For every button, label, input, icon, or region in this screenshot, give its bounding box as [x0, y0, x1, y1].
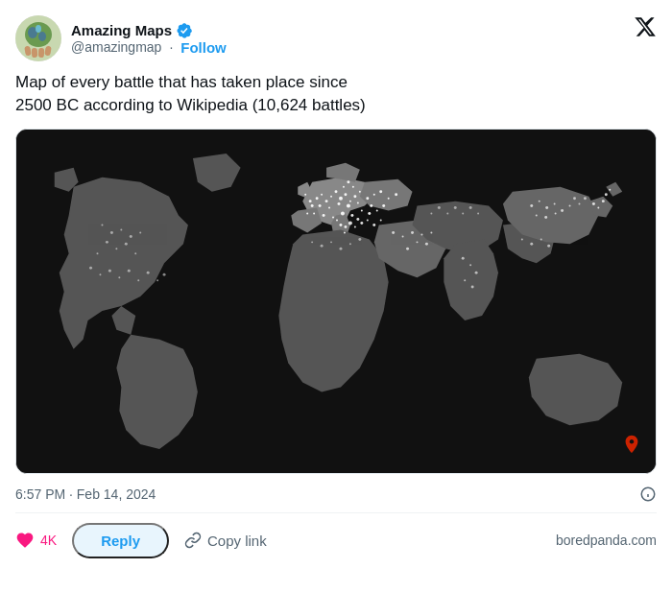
follow-button[interactable]: Follow [180, 39, 227, 56]
svg-rect-7 [32, 48, 38, 58]
svg-point-28 [379, 190, 382, 193]
svg-point-26 [366, 197, 369, 200]
copy-link-label: Copy link [207, 533, 267, 549]
reply-button[interactable]: Reply [72, 523, 169, 558]
svg-point-70 [602, 200, 605, 202]
user-info: Amazing Maps @amazingmap · Follow [71, 22, 227, 56]
svg-point-79 [321, 244, 324, 247]
verified-icon [176, 22, 193, 39]
tweet-timestamp-row: 6:57 PM · Feb 14, 2024 [15, 486, 657, 513]
display-name[interactable]: Amazing Maps [71, 22, 172, 38]
svg-point-86 [120, 228, 122, 230]
tweet-image[interactable] [15, 129, 657, 474]
svg-point-40 [343, 185, 345, 187]
svg-point-48 [368, 212, 371, 215]
svg-point-55 [406, 247, 409, 249]
svg-point-91 [125, 242, 128, 245]
svg-point-59 [530, 204, 533, 207]
svg-point-58 [430, 231, 432, 233]
svg-point-57 [425, 242, 428, 245]
svg-point-18 [349, 200, 351, 201]
svg-point-82 [349, 243, 351, 245]
svg-point-120 [360, 222, 363, 225]
copy-link-action[interactable]: Copy link [184, 532, 267, 549]
svg-point-104 [438, 206, 441, 209]
svg-point-123 [380, 219, 382, 221]
svg-point-97 [118, 276, 120, 278]
svg-point-52 [402, 235, 404, 237]
svg-point-94 [89, 266, 92, 269]
svg-point-51 [392, 231, 395, 234]
svg-point-101 [156, 279, 158, 281]
svg-rect-8 [38, 48, 45, 58]
svg-point-5 [36, 25, 41, 33]
svg-point-119 [354, 225, 356, 227]
svg-point-65 [536, 214, 538, 216]
svg-point-23 [337, 202, 340, 205]
info-icon[interactable] [639, 486, 657, 503]
svg-point-36 [361, 209, 363, 211]
timestamp: 6:57 PM · Feb 14, 2024 [15, 486, 156, 502]
svg-point-122 [372, 224, 375, 226]
svg-point-38 [304, 193, 306, 195]
svg-point-13 [325, 200, 328, 202]
like-action[interactable]: 4K [15, 531, 57, 550]
svg-point-121 [367, 219, 369, 221]
svg-point-16 [339, 196, 343, 200]
svg-point-63 [561, 209, 564, 212]
tweet-header-left: Amazing Maps @amazingmap · Follow [15, 15, 227, 61]
svg-point-25 [357, 201, 359, 203]
svg-point-33 [332, 216, 334, 218]
svg-point-69 [597, 206, 599, 208]
svg-point-99 [137, 279, 139, 281]
svg-point-118 [356, 218, 359, 221]
source-label: boredpanda.com [556, 533, 657, 548]
svg-point-41 [347, 180, 349, 183]
svg-point-32 [323, 214, 325, 217]
svg-point-106 [454, 206, 457, 209]
svg-point-107 [462, 212, 464, 214]
avatar[interactable] [15, 15, 61, 61]
svg-point-105 [446, 212, 448, 214]
svg-point-90 [115, 248, 117, 249]
svg-point-80 [330, 241, 332, 243]
svg-point-76 [464, 279, 466, 281]
svg-point-66 [544, 216, 547, 219]
svg-point-124 [344, 225, 347, 228]
pin-icon [621, 434, 642, 460]
x-logo-icon [634, 15, 657, 38]
svg-point-21 [319, 204, 322, 207]
svg-point-111 [578, 202, 580, 204]
svg-point-95 [99, 273, 101, 275]
svg-point-75 [475, 271, 478, 273]
svg-point-35 [350, 214, 353, 217]
svg-point-31 [313, 212, 315, 214]
svg-point-110 [573, 197, 576, 200]
svg-point-60 [539, 200, 540, 201]
svg-point-56 [420, 233, 422, 235]
svg-point-19 [353, 195, 356, 198]
svg-point-109 [477, 212, 479, 214]
svg-point-68 [592, 202, 595, 205]
svg-point-12 [321, 193, 323, 195]
svg-point-73 [462, 256, 465, 259]
svg-point-72 [605, 193, 608, 196]
svg-point-37 [370, 204, 372, 207]
svg-point-113 [521, 238, 523, 240]
svg-point-54 [416, 241, 418, 243]
svg-point-81 [339, 247, 342, 249]
svg-point-115 [540, 238, 542, 240]
svg-point-24 [347, 203, 350, 207]
copy-link-icon [184, 532, 202, 549]
svg-point-50 [382, 204, 385, 207]
svg-point-84 [101, 224, 103, 225]
svg-point-11 [316, 197, 319, 200]
display-name-row: Amazing Maps [71, 22, 227, 39]
svg-point-93 [96, 252, 98, 254]
svg-point-62 [554, 202, 556, 204]
svg-point-112 [584, 197, 587, 200]
svg-point-27 [373, 193, 375, 195]
tweet-card: Amazing Maps @amazingmap · Follow Map of… [0, 0, 672, 572]
tweet-header: Amazing Maps @amazingmap · Follow [15, 15, 657, 61]
svg-point-85 [110, 231, 113, 234]
